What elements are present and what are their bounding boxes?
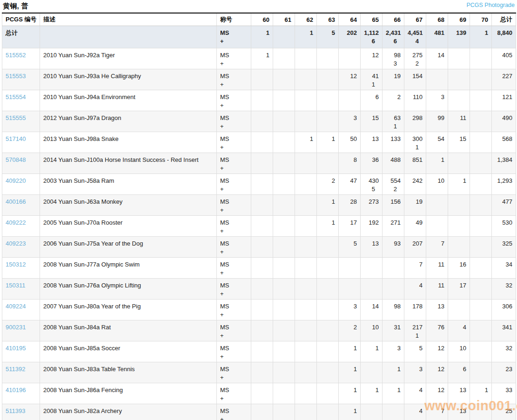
grade-69-count-cell: 13: [448, 383, 470, 404]
pcgs-number-link[interactable]: 517140: [6, 135, 26, 142]
ms-count: 1,112: [364, 29, 379, 37]
grade-67-count-cell: 3001: [404, 132, 426, 153]
grade-69-count-cell: [448, 48, 470, 69]
grade-61-count-cell: [273, 132, 295, 153]
ms-count: 1: [342, 386, 357, 394]
ms-count: 10: [430, 177, 444, 185]
grade-65-count-cell: 12: [361, 48, 383, 69]
grade-67-count-cell: 2171: [404, 320, 426, 341]
grade-68-count-cell: [426, 69, 448, 90]
grade-63-count-cell: [317, 279, 339, 300]
designation-plus-label: +: [220, 353, 248, 361]
ms-count: 1: [364, 386, 379, 394]
pcgs-number-link[interactable]: 409222: [6, 219, 26, 226]
ms-count: 7: [430, 240, 444, 248]
ms-count: 10: [364, 323, 379, 332]
grade-70-count-cell: [470, 174, 492, 195]
grade-69-count-cell: 15: [448, 132, 470, 153]
grade-69-count-cell: 139: [448, 26, 470, 48]
designation-cell: MS+: [217, 279, 251, 300]
pcgs-number-link[interactable]: 570848: [6, 156, 26, 163]
designation-ms-label: MS: [220, 177, 248, 185]
pcgs-number-link[interactable]: 900231: [6, 324, 26, 331]
designation-cell: MS+: [217, 320, 251, 341]
grade-63-count-cell: [317, 153, 339, 174]
grade-64-count-cell: 47: [339, 174, 361, 195]
designation-cell: MS+: [217, 383, 251, 404]
grade-66-count-cell: 2,4316: [383, 26, 404, 48]
grade-65-count-cell: 13: [361, 132, 383, 153]
grade-67-count-cell: 49: [404, 216, 426, 237]
pcgs-number-link[interactable]: 409223: [6, 240, 26, 247]
pcgs-number-link[interactable]: 515554: [6, 93, 26, 100]
plus-count: 1: [386, 122, 397, 131]
grade-65-count-cell: 273: [361, 195, 383, 216]
grade-61-count-cell: [273, 404, 295, 420]
grade-60-count-cell: [251, 320, 273, 341]
table-row: 5155552012 Yuan Sun-J97a DragonMS+315631…: [2, 111, 516, 132]
grade-69-count-cell: [448, 300, 470, 320]
grade-66-count-cell: 631: [383, 111, 404, 132]
designation-plus-label: +: [220, 80, 248, 89]
pcgs-number-link[interactable]: 400166: [6, 198, 26, 205]
grade-66-count-cell: 19: [383, 69, 404, 90]
ms-count: 178: [408, 302, 423, 311]
ms-count: 14: [430, 51, 444, 60]
pcgs-number-cell: 410196: [2, 383, 40, 404]
pcgs-number-link[interactable]: 150311: [6, 282, 25, 289]
grade-65-count-cell: 13: [361, 237, 383, 258]
pcgs-number-link[interactable]: 410196: [6, 387, 26, 393]
grade-61-count-cell: [273, 174, 295, 195]
pcgs-number-link[interactable]: 150312: [6, 261, 26, 268]
pcgs-number-link[interactable]: 515552: [6, 52, 26, 59]
pcgs-number-link[interactable]: 515555: [6, 114, 26, 121]
grade-65-count-cell: [361, 362, 383, 383]
ms-count: 14: [364, 302, 379, 311]
ms-count: 54: [430, 135, 444, 143]
grade-63-count-cell: [317, 90, 339, 111]
grade-68-count-cell: 7: [426, 237, 448, 258]
grade-64-count-cell: [339, 279, 361, 300]
row-total-cell: 405: [492, 48, 516, 69]
designation-cell: MS+: [217, 362, 251, 383]
column-header-pcgs-number: PCGS 编号: [2, 13, 40, 26]
grade-62-count-cell: [295, 320, 317, 341]
grade-63-count-cell: [317, 69, 339, 90]
grade-70-count-cell: [470, 195, 492, 216]
pcgs-number-link[interactable]: 409224: [6, 303, 26, 310]
grade-62-count-cell: [295, 279, 317, 300]
grade-68-count-cell: 7: [426, 404, 448, 420]
ms-count: 1: [364, 344, 379, 353]
ms-count: 488: [386, 156, 401, 164]
grade-68-count-cell: 14: [426, 48, 448, 69]
table-row: 4092242007 Yuan Sun-J80a Year of the Pig…: [2, 300, 516, 320]
designation-ms-label: MS: [220, 323, 248, 332]
table-row: 5171402013 Yuan Sun-J98a SnakeMS+1150131…: [2, 132, 516, 153]
plus-count: 4: [408, 37, 419, 46]
pcgs-number-link[interactable]: 511393: [6, 407, 25, 414]
designation-plus-label: +: [220, 290, 248, 298]
grade-69-count-cell: [448, 237, 470, 258]
grade-63-count-cell: 2: [317, 174, 339, 195]
pcgs-number-cell: 409223: [2, 237, 40, 258]
coin-description-cell: 2003 Yuan Sun-J58a Ram: [40, 174, 217, 195]
pcgs-number-link[interactable]: 515553: [6, 73, 26, 80]
grade-61-count-cell: [273, 48, 295, 69]
grade-66-count-cell: 93: [383, 237, 404, 258]
grade-64-count-cell: 1: [339, 341, 361, 362]
grade-62-count-cell: [295, 404, 317, 420]
pcgs-photograde-link[interactable]: PCGS Photograde: [466, 2, 515, 8]
grade-60-count-cell: [251, 132, 273, 153]
grade-68-count-cell: 12: [426, 341, 448, 362]
grade-64-count-cell: 12: [339, 69, 361, 90]
pcgs-number-link[interactable]: 409220: [6, 177, 26, 184]
grade-61-count-cell: [273, 300, 295, 320]
grade-70-count-cell: [470, 111, 492, 132]
grade-67-count-cell: 154: [404, 69, 426, 90]
pcgs-number-cell: 410195: [2, 341, 40, 362]
pcgs-number-link[interactable]: 511392: [6, 366, 25, 373]
grade-68-count-cell: [426, 216, 448, 237]
grade-68-count-cell: 12: [426, 362, 448, 383]
table-row: 4001662004 Yuan Sun-J63a MonkeyMS+128273…: [2, 195, 516, 216]
pcgs-number-link[interactable]: 410195: [6, 345, 26, 352]
